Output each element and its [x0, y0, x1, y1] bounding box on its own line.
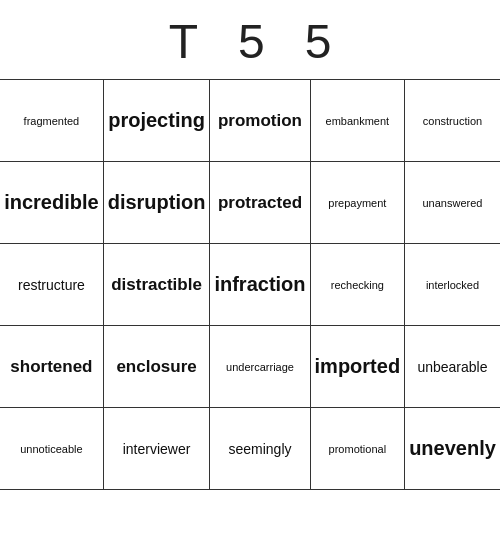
- bingo-cell[interactable]: shortened: [0, 326, 103, 408]
- bingo-cell[interactable]: infraction: [210, 244, 310, 326]
- bingo-cell[interactable]: enclosure: [103, 326, 210, 408]
- bingo-cell[interactable]: seemingly: [210, 408, 310, 490]
- bingo-cell[interactable]: distractible: [103, 244, 210, 326]
- bingo-cell[interactable]: protracted: [210, 162, 310, 244]
- bingo-cell[interactable]: unnoticeable: [0, 408, 103, 490]
- table-row: incredibledisruptionprotractedprepayment…: [0, 162, 500, 244]
- bingo-cell[interactable]: unbearable: [405, 326, 500, 408]
- bingo-cell[interactable]: fragmented: [0, 80, 103, 162]
- header-col1: T: [169, 14, 198, 69]
- bingo-cell[interactable]: interviewer: [103, 408, 210, 490]
- bingo-cell[interactable]: unevenly: [405, 408, 500, 490]
- bingo-cell[interactable]: incredible: [0, 162, 103, 244]
- table-row: restructuredistractibleinfractionrecheck…: [0, 244, 500, 326]
- bingo-cell[interactable]: construction: [405, 80, 500, 162]
- table-row: shortenedenclosureundercarriageimportedu…: [0, 326, 500, 408]
- bingo-cell[interactable]: rechecking: [310, 244, 405, 326]
- bingo-cell[interactable]: disruption: [103, 162, 210, 244]
- bingo-header: T 5 5: [0, 0, 500, 79]
- header-col2: 5: [238, 14, 265, 69]
- bingo-cell[interactable]: restructure: [0, 244, 103, 326]
- table-row: fragmentedprojectingpromotionembankmentc…: [0, 80, 500, 162]
- bingo-table: fragmentedprojectingpromotionembankmentc…: [0, 79, 500, 490]
- bingo-cell[interactable]: undercarriage: [210, 326, 310, 408]
- bingo-cell[interactable]: prepayment: [310, 162, 405, 244]
- header-col3: 5: [305, 14, 332, 69]
- bingo-cell[interactable]: promotional: [310, 408, 405, 490]
- bingo-cell[interactable]: promotion: [210, 80, 310, 162]
- bingo-cell[interactable]: unanswered: [405, 162, 500, 244]
- table-row: unnoticeableinterviewerseeminglypromotio…: [0, 408, 500, 490]
- bingo-cell[interactable]: imported: [310, 326, 405, 408]
- bingo-cell[interactable]: interlocked: [405, 244, 500, 326]
- bingo-cell[interactable]: embankment: [310, 80, 405, 162]
- bingo-cell[interactable]: projecting: [103, 80, 210, 162]
